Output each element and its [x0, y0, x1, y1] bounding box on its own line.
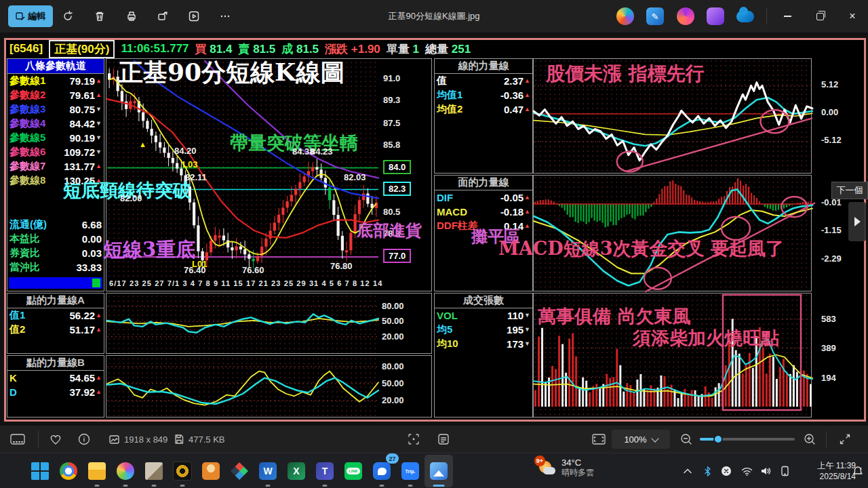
taskbar-app-tiger[interactable] — [197, 455, 225, 487]
photos-canvas: [6546] 正基(90分) 11:06:51.777 買 81.4賣 81.5… — [0, 33, 868, 426]
fit-to-window-button[interactable] — [591, 426, 606, 453]
axis-label: 20.00 — [382, 331, 404, 342]
stock-code: [6546] — [9, 42, 43, 56]
volume-chart[interactable] — [533, 293, 812, 418]
param-panel: 八條參數軌道 參數線179.19▲參數線279.61▲參數線380.75▼參數線… — [7, 58, 104, 291]
fullscreen-button[interactable] — [838, 426, 852, 453]
info-button[interactable] — [77, 426, 91, 453]
wifi-icon[interactable] — [738, 453, 755, 488]
file-size-icon — [174, 434, 184, 445]
param-rows: 參數線179.19▲參數線279.61▲參數線380.75▼參數線484.42▼… — [7, 74, 104, 188]
ocr-scan-button[interactable] — [407, 426, 420, 453]
quote-field: 買 81.4 — [195, 41, 233, 57]
running-indicator — [433, 485, 445, 487]
status-x-icon[interactable] — [717, 453, 735, 488]
taskbar-app-paint[interactable] — [111, 455, 140, 487]
text-actions-button[interactable] — [437, 426, 450, 453]
share-icon[interactable] — [156, 9, 170, 23]
designer-icon[interactable] — [677, 7, 694, 25]
more-options-icon[interactable] — [218, 9, 232, 23]
macd-info-panel: 面的力量線 DIF-0.05▲MACD-0.18▲DDF柱差0.14▲ — [434, 175, 533, 291]
axis-label: 50.00 — [382, 378, 404, 388]
taskbar-app-trip[interactable]: Trip. — [396, 455, 425, 487]
taskbar-app-photo[interactable] — [140, 455, 168, 487]
axis-label: 87.5 — [383, 118, 400, 128]
close-button[interactable]: × — [837, 0, 868, 33]
taskbar-app-teams[interactable]: T — [311, 455, 339, 487]
indicator-row: 均5195▼ — [435, 323, 532, 337]
indicator-row: 參數線590.19▼ — [7, 131, 104, 145]
kline-plot[interactable] — [107, 60, 378, 277]
filmstrip-toggle[interactable] — [9, 426, 26, 453]
taskbar: WXTLINE27Trip. 9+ 34°C 晴時多雲 上午 11:39 202… — [0, 453, 868, 488]
zoom-slider[interactable] — [700, 438, 795, 441]
powerline-chart[interactable] — [533, 58, 812, 174]
notification-bell-icon[interactable]: z — [849, 453, 867, 488]
volume-icon[interactable] — [757, 453, 774, 488]
taskbar-app-chrome[interactable] — [54, 455, 83, 487]
edit-button[interactable]: 編輯 — [8, 5, 53, 27]
oscA-rows: 值156.22▲值251.17▲ — [7, 308, 104, 337]
zoom-slider-thumb[interactable] — [713, 434, 723, 444]
running-indicator — [95, 485, 100, 487]
copilot-icon[interactable] — [616, 7, 634, 25]
word-icon: W — [259, 462, 277, 480]
phone-link-icon[interactable] — [776, 453, 793, 488]
rotate-icon[interactable] — [61, 9, 75, 23]
clipchamp-icon[interactable] — [707, 7, 724, 25]
taskbar-app-messenger[interactable]: 27 — [368, 455, 396, 487]
taskbar-app-explorer[interactable] — [83, 455, 111, 487]
favorite-button[interactable] — [49, 426, 62, 453]
delete-icon[interactable] — [93, 9, 106, 23]
indicator-row: 參數線6109.72▼ — [7, 145, 104, 159]
axis-label: -5.12 — [821, 135, 842, 145]
zoom-in-button[interactable] — [803, 426, 816, 453]
indicator-row: 均10173▼ — [435, 337, 532, 351]
taskbar-app-excel[interactable]: X — [282, 455, 311, 487]
macd-chart[interactable] — [533, 175, 812, 291]
taskbar-app-photos[interactable] — [425, 455, 453, 487]
zoom-out-button[interactable] — [679, 426, 693, 453]
taskbar-app-line[interactable]: LINE — [339, 455, 368, 487]
indicator-row: 參數線7131.77▲ — [7, 159, 104, 174]
tray-chevron[interactable] — [678, 453, 697, 488]
slideshow-icon[interactable] — [187, 9, 201, 23]
print-icon[interactable] — [125, 9, 138, 23]
ai-edit-icon[interactable]: ✎ — [646, 7, 664, 25]
paint-icon — [117, 462, 134, 480]
xqgold-icon — [173, 462, 192, 481]
indicator-row: 參數線484.42▼ — [7, 117, 104, 131]
running-indicator — [123, 485, 128, 487]
oscA-info-panel: 點的力量線A 值156.22▲值251.17▲ — [7, 293, 104, 354]
taskbar-app-diamond[interactable] — [225, 455, 254, 487]
indicator-row: 參數線380.75▼ — [7, 102, 104, 117]
indicator-row: D37.92▲ — [7, 385, 104, 399]
bluetooth-icon[interactable] — [698, 453, 716, 488]
stat-rows: 流通(億)6.68本益比0.00券資比0.03當沖比33.83 — [7, 218, 104, 274]
minimize-button[interactable] — [772, 0, 803, 33]
onedrive-icon[interactable] — [736, 11, 754, 22]
indicator-row: DDF柱差0.14▲ — [435, 219, 532, 233]
zoom-level-dropdown[interactable]: 100% — [612, 430, 670, 449]
taskbar-app-word[interactable]: W — [254, 455, 282, 487]
edit-image-icon — [16, 12, 25, 21]
weather-widget[interactable]: 9+ 34°C 晴時多雲 — [538, 458, 594, 477]
axis-label: 5.12 — [821, 79, 838, 89]
taskbar-app-start[interactable] — [26, 455, 54, 487]
indicator-row: 均值20.47▲ — [435, 102, 532, 117]
restore-button[interactable] — [804, 0, 835, 33]
axis-label: 389 — [821, 343, 836, 353]
next-image-button[interactable] — [848, 202, 866, 241]
taskbar-clock[interactable]: 上午 11:39 2025/8/14 — [797, 460, 856, 482]
oscB-yaxis: 80.0050.0020.00 — [379, 356, 432, 418]
oscA-chart[interactable] — [107, 294, 378, 353]
quote-field: 賣 81.5 — [238, 41, 275, 57]
axis-label: -2.29 — [821, 253, 842, 264]
taskbar-app-xqgold[interactable] — [168, 455, 197, 487]
oscB-chart[interactable] — [107, 357, 378, 417]
titlebar-separator — [766, 8, 767, 24]
clock-date: 2025/8/14 — [797, 471, 856, 482]
axis-label: 50.00 — [382, 316, 404, 326]
desktop: 編輯 正基90分短線K線圖.jpg ✎ × [6546] 正基(90分) 11:… — [0, 0, 868, 488]
sidebar-progress-bar — [9, 277, 102, 289]
